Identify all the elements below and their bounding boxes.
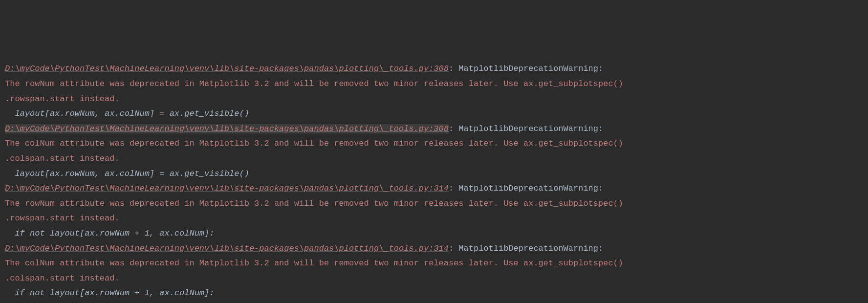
warning-message: .rowspan.start instead.: [5, 211, 863, 226]
warning-message: The colNum attribute was deprecated in M…: [5, 256, 863, 271]
warning-type: MatplotlibDeprecationWarning:: [458, 244, 608, 253]
warning-line: D:\myCode\PythonTest\MachineLearning\ven…: [5, 122, 863, 137]
warning-line: D:\myCode\PythonTest\MachineLearning\ven…: [5, 181, 863, 196]
code-line: if not layout[ax.rowNum + 1, ax.colNum]:: [5, 226, 863, 241]
separator: :: [449, 64, 458, 73]
file-path-link[interactable]: D:\myCode\PythonTest\MachineLearning\ven…: [5, 184, 449, 193]
warning-message: .rowspan.start instead.: [5, 92, 863, 107]
warning-line: D:\myCode\PythonTest\MachineLearning\ven…: [5, 62, 863, 77]
warning-type: MatplotlibDeprecationWarning:: [458, 124, 608, 133]
warning-message: The rowNum attribute was deprecated in M…: [5, 77, 863, 92]
warning-message: The colNum attribute was deprecated in M…: [5, 136, 863, 152]
separator: :: [449, 244, 458, 253]
warning-type: MatplotlibDeprecationWarning:: [458, 64, 608, 73]
code-line: if not layout[ax.rowNum + 1, ax.colNum]:: [5, 286, 863, 301]
file-path-link[interactable]: D:\myCode\PythonTest\MachineLearning\ven…: [5, 244, 449, 253]
code-line: layout[ax.rowNum, ax.colNum] = ax.get_vi…: [5, 107, 863, 122]
console-output[interactable]: D:\myCode\PythonTest\MachineLearning\ven…: [5, 62, 863, 303]
separator: :: [449, 124, 458, 133]
warning-line: D:\myCode\PythonTest\MachineLearning\ven…: [5, 241, 863, 257]
warning-message: The rowNum attribute was deprecated in M…: [5, 196, 863, 212]
separator: :: [449, 184, 458, 193]
code-line: layout[ax.rowNum, ax.colNum] = ax.get_vi…: [5, 167, 863, 182]
file-path-link[interactable]: D:\myCode\PythonTest\MachineLearning\ven…: [5, 64, 449, 73]
file-path-link[interactable]: D:\myCode\PythonTest\MachineLearning\ven…: [5, 124, 449, 133]
blank-line: [5, 301, 863, 303]
warning-message: .colspan.start instead.: [5, 271, 863, 286]
warning-message: .colspan.start instead.: [5, 152, 863, 167]
warning-type: MatplotlibDeprecationWarning:: [458, 184, 608, 193]
